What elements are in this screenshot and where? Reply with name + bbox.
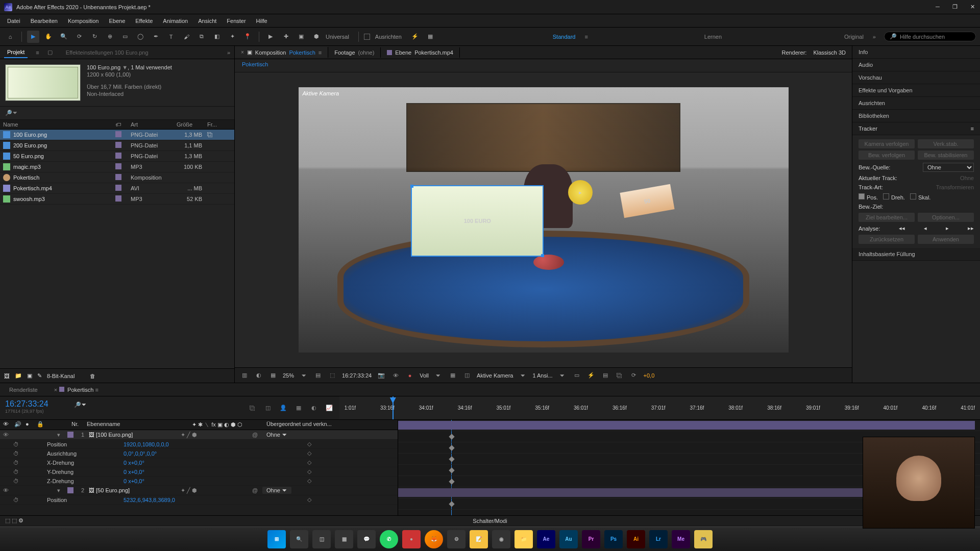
taskbar-illustrator-icon[interactable]: Ai xyxy=(627,530,645,548)
keyframe-icon[interactable] xyxy=(449,434,454,439)
layer-name[interactable]: 🖼 [50 Euro.png] xyxy=(89,487,181,493)
close-button[interactable]: ✕ xyxy=(969,4,976,10)
label-swatch[interactable] xyxy=(115,153,121,159)
layer-property[interactable]: ⏱ Position 1920,0,1080,0,0,0 ◇ xyxy=(0,440,398,449)
parent-pickwhip-icon[interactable]: @ xyxy=(252,432,262,438)
tracker-optionen-button[interactable]: Optionen... xyxy=(918,213,974,222)
label-swatch[interactable] xyxy=(115,174,121,180)
layer-property[interactable]: ⏱ X-Drehung 0 x+0,0° ◇ xyxy=(0,458,398,467)
taskbar-widgets-icon[interactable]: ▦ xyxy=(335,530,353,548)
switches-modes-toggle[interactable]: Schalter/Modi xyxy=(473,518,507,524)
clone-tool-icon[interactable]: ⧉ xyxy=(195,31,208,43)
col-visibility-icon[interactable]: 👁 xyxy=(3,421,11,429)
ausrichten-checkbox[interactable] xyxy=(364,34,370,40)
timeline-search-icon[interactable]: 🔎⏷ xyxy=(74,402,87,408)
comp-flowchart-link[interactable]: Pokertisch xyxy=(235,59,852,72)
maximize-button[interactable]: ❐ xyxy=(951,4,959,10)
project-item[interactable]: Pokertisch Komposition xyxy=(0,172,234,183)
taskbar-explorer-icon[interactable]: 📁 xyxy=(514,530,533,548)
label-swatch[interactable] xyxy=(67,487,74,493)
tracker-reset-button[interactable]: Zurücksetzen xyxy=(859,235,915,244)
orbit-tool-icon[interactable]: ⟳ xyxy=(73,31,85,43)
stopwatch-icon[interactable]: ⏱ xyxy=(13,460,21,466)
snap-grid-icon[interactable]: ▦ xyxy=(424,31,436,43)
view-dropdown[interactable]: Aktive Kamera xyxy=(477,372,513,379)
stopwatch-icon[interactable]: ⏱ xyxy=(13,478,21,484)
project-item[interactable]: 200 Euro.png PNG-Datei 1,1 MB xyxy=(0,140,234,151)
col-size[interactable]: Größe xyxy=(177,121,207,128)
parent-pickwhip-icon[interactable]: @ xyxy=(252,487,262,493)
bit-depth-label[interactable]: 8-Bit-Kanal xyxy=(47,373,75,379)
pen-tool-icon[interactable]: ✒ xyxy=(150,31,162,43)
taskbar-app-icon[interactable]: ⚙ xyxy=(447,530,465,548)
menu-fenster[interactable]: Fenster xyxy=(222,16,251,26)
layer-twirl-icon[interactable]: ▾ xyxy=(57,432,67,438)
zoom-dropdown-icon[interactable]: ⏷ xyxy=(299,372,308,379)
layer-100-euro[interactable]: 100 EURO xyxy=(411,185,544,257)
layer-property[interactable]: ⏱ Z-Drehung 0 x+0,0° ◇ xyxy=(0,477,398,486)
label-swatch[interactable] xyxy=(115,131,121,137)
3d-mode-icon[interactable]: ⬢ xyxy=(310,31,323,43)
add-keyframe-icon[interactable]: ◇ xyxy=(307,496,311,503)
project-item[interactable]: magic.mp3 MP3 100 KB xyxy=(0,162,234,172)
label-swatch[interactable] xyxy=(115,195,121,202)
exposure-value[interactable]: +0,0 xyxy=(644,372,655,379)
menu-effekte[interactable]: Effekte xyxy=(130,16,158,26)
stopwatch-icon[interactable]: ⏱ xyxy=(13,497,21,503)
taskbar-teams-icon[interactable]: 💬 xyxy=(357,530,376,548)
layer-tab[interactable]: Ebene Pokertisch.mp4 xyxy=(381,47,460,58)
visibility-toggle-icon[interactable]: 👁 xyxy=(3,432,11,438)
current-timecode[interactable]: 16:27:33:24 xyxy=(5,399,64,409)
new-folder-icon[interactable]: 📁 xyxy=(15,372,22,379)
property-value[interactable]: 0,0°,0,0°,0,0° xyxy=(124,450,215,457)
taskbar-whatsapp-icon[interactable]: ✆ xyxy=(380,530,398,548)
local-axis-icon[interactable]: ▶ xyxy=(264,31,277,43)
views-dropdown[interactable]: 1 Ansi... xyxy=(532,372,552,379)
visibility-toggle-icon[interactable]: 👁 xyxy=(3,487,11,493)
puppet-tool-icon[interactable]: 📍 xyxy=(241,31,254,43)
toggle-switches-icon[interactable]: ⬚ ⬚ ⚙ xyxy=(5,517,23,524)
workspace-standard[interactable]: Standard xyxy=(547,34,582,40)
keyframe-icon[interactable] xyxy=(449,479,454,484)
draft-3d-icon[interactable]: ◫ xyxy=(263,403,273,413)
taskbar-start-icon[interactable]: ⊞ xyxy=(267,530,286,548)
pixel-aspect-icon[interactable]: ▭ xyxy=(572,372,581,379)
snapshot-icon[interactable]: 📷 xyxy=(377,372,386,379)
keyframe-icon[interactable] xyxy=(449,501,454,507)
label-swatch[interactable] xyxy=(115,142,121,148)
resolution-dropdown[interactable]: Voll xyxy=(420,372,429,379)
timeline-icon[interactable]: ▤ xyxy=(601,372,610,379)
taskbar-mediaencoder-icon[interactable]: Me xyxy=(672,530,690,548)
flowchart-icon[interactable]: ⿻ xyxy=(615,372,624,379)
comp-tab-close-icon[interactable]: × xyxy=(241,49,244,55)
tracker-bew-stab-button[interactable]: Bew. stabilisieren xyxy=(918,151,974,160)
effects-tab-close-icon[interactable]: ▢ xyxy=(47,49,55,56)
taskbar-audition-icon[interactable]: Au xyxy=(559,530,578,548)
rect-tool-icon[interactable]: ▭ xyxy=(119,31,131,43)
shy-icon[interactable]: 👤 xyxy=(278,403,288,413)
taskbar-firefox-icon[interactable]: 🦊 xyxy=(425,530,443,548)
property-value[interactable]: 0 x+0,0° xyxy=(124,469,215,475)
property-value[interactable]: 0 x+0,0° xyxy=(124,460,215,466)
home-icon[interactable]: ⌂ xyxy=(4,31,16,43)
project-item[interactable]: 50 Euro.png PNG-Datei 1,3 MB xyxy=(0,151,234,162)
snap-options-icon[interactable]: ⚡ xyxy=(409,31,421,43)
menu-bearbeiten[interactable]: Bearbeiten xyxy=(26,16,63,26)
tracker-skal-checkbox[interactable] xyxy=(910,193,916,199)
minimize-button[interactable]: ─ xyxy=(934,4,941,10)
comp-mini-flowchart-icon[interactable]: ⿻ xyxy=(248,403,258,413)
keyframe-icon[interactable] xyxy=(449,467,454,473)
brush-tool-icon[interactable]: 🖌 xyxy=(180,31,192,43)
anchor-tool-icon[interactable]: ⊕ xyxy=(104,31,116,43)
tracker-source-dropdown[interactable]: Ohne xyxy=(923,163,974,172)
menu-komposition[interactable]: Komposition xyxy=(63,16,104,26)
analyse-step-back-icon[interactable]: ◂ xyxy=(924,225,927,232)
layer-name[interactable]: 🖼 [100 Euro.png] xyxy=(89,432,181,438)
parent-dropdown[interactable]: Ohne ⏷ xyxy=(262,487,291,494)
taskbar-search-icon[interactable]: 🔍 xyxy=(290,530,308,548)
interpret-footage-icon[interactable]: 🖼 xyxy=(4,373,10,379)
col-art[interactable]: Art xyxy=(131,121,177,128)
menu-datei[interactable]: Datei xyxy=(2,16,26,26)
workspace-original[interactable]: Original xyxy=(838,34,870,40)
stopwatch-icon[interactable]: ⏱ xyxy=(13,441,21,447)
